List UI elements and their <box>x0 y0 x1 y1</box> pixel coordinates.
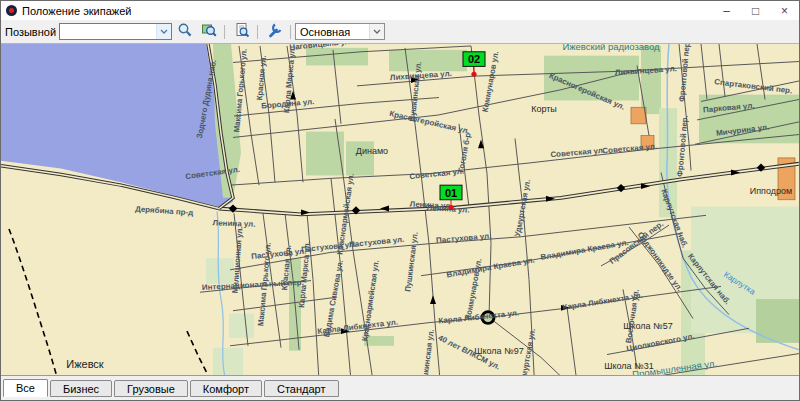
tab-bar: Все Бизнес Грузовые Комфорт Стандарт <box>1 375 799 400</box>
railway <box>9 229 209 375</box>
street-label: Пастухова ул. <box>349 235 405 249</box>
street-label: Пушкинская ул. <box>419 329 436 375</box>
street-label: Советская ул. <box>602 142 658 156</box>
street-label: Карла Либкнехта ул. <box>438 309 520 326</box>
settings-button[interactable] <box>264 21 286 42</box>
chevron-down-icon[interactable] <box>156 24 171 39</box>
poi-label: Школа №91 <box>370 374 420 375</box>
callsign-combobox[interactable] <box>59 23 172 40</box>
map-zoom-button[interactable] <box>198 21 220 42</box>
street-label: Дерябина пр-д <box>135 205 194 218</box>
crew-id-label: 01 <box>445 187 457 199</box>
street-label: Пушкинская ул. <box>403 231 420 292</box>
app-window: Положение экипажей – □ × Позывной <box>0 0 800 401</box>
search-button[interactable] <box>174 21 196 42</box>
parks-layer <box>206 44 799 375</box>
street-label: Ленина ул. <box>213 218 256 228</box>
street-label: Ленина ул. <box>426 203 469 214</box>
print-preview-button[interactable] <box>231 21 253 42</box>
tab-all[interactable]: Все <box>3 379 48 397</box>
map-area[interactable]: ИжевскИжевский радиозаводКортыДинамоИппо… <box>1 44 799 375</box>
street-label: Красноармейская ул. <box>360 259 381 341</box>
close-button[interactable]: × <box>770 1 799 20</box>
poi-label: Динамо <box>356 146 388 156</box>
poi-label: Корты <box>531 104 557 114</box>
toolbar-separator <box>257 25 258 39</box>
toolbar-separator <box>224 25 225 39</box>
toolbar-separator <box>290 25 291 39</box>
street-label: Удмуртская ул. <box>513 179 532 238</box>
minimize-button[interactable]: – <box>712 1 741 20</box>
street-label: Пастухова ул. <box>436 231 492 245</box>
street-label: Гоголя б-р <box>456 132 472 173</box>
tab-standard[interactable]: Стандарт <box>264 380 339 397</box>
crew-position-dot <box>471 72 476 77</box>
callsign-input[interactable] <box>60 25 156 38</box>
map-magnifier-icon <box>201 22 217 42</box>
poi-label: Ипподром <box>750 186 792 196</box>
industry-label: Ижевский радиозавод <box>562 44 660 52</box>
maximize-button[interactable]: □ <box>741 1 770 20</box>
page-magnifier-icon <box>234 22 250 42</box>
city-label: Ижевск <box>66 358 104 370</box>
app-icon <box>6 5 17 16</box>
tab-cargo[interactable]: Грузовые <box>114 380 188 397</box>
map-select-value: Основная <box>300 26 350 38</box>
crew-marker-02[interactable]: 02 <box>463 52 485 77</box>
magnifier-icon <box>177 22 193 42</box>
wrench-icon <box>267 22 283 42</box>
crew-id-label: 02 <box>468 54 480 66</box>
crew-position-dot <box>448 205 453 210</box>
toolbar: Позывной <box>1 20 799 44</box>
chevron-down-icon[interactable] <box>369 24 384 39</box>
map-select[interactable]: Основная <box>295 23 385 40</box>
map-canvas[interactable]: ИжевскИжевский радиозаводКортыДинамоИппо… <box>1 44 799 375</box>
street-label: Спартаковский пер. <box>714 77 793 95</box>
tab-comfort[interactable]: Комфорт <box>190 380 262 397</box>
tab-business[interactable]: Бизнес <box>50 380 112 397</box>
window-title: Положение экипажей <box>22 5 131 17</box>
street-label: Красногеройская ул. <box>389 109 471 136</box>
window-controls: – □ × <box>712 1 799 20</box>
title-bar: Положение экипажей – □ × <box>1 1 799 20</box>
callsign-label: Позывной <box>5 26 56 38</box>
